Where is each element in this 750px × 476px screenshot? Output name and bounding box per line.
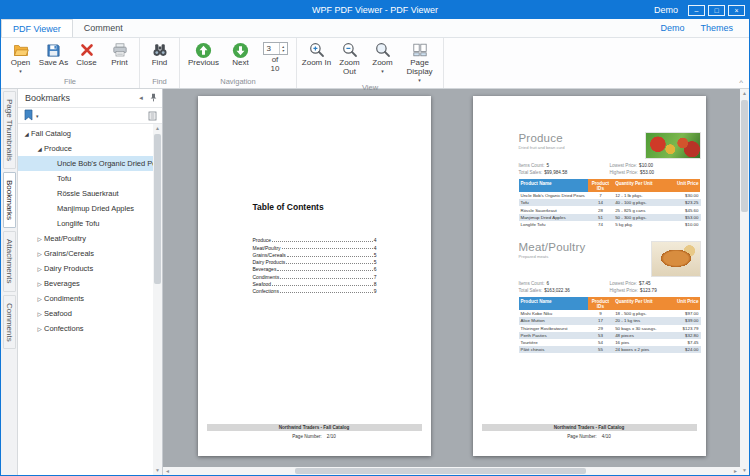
tree-expand-icon[interactable] — [35, 326, 44, 332]
bookmark-tree-item[interactable]: Tofu — [18, 171, 153, 186]
minimize-button[interactable]: – — [688, 5, 705, 16]
close-document-button[interactable]: Close — [70, 40, 103, 68]
scroll-left-icon[interactable]: ◄ — [163, 467, 172, 476]
bookmark-options-icon[interactable] — [148, 111, 157, 121]
save-icon — [46, 41, 61, 59]
page-display-button[interactable]: Page Display ▾ — [399, 40, 440, 83]
scroll-down-icon[interactable]: ▼ — [740, 466, 749, 475]
bookmark-tree-item[interactable]: Beverages — [18, 276, 153, 291]
produce-section: Produce Dried fruit and bean curd Items … — [519, 132, 701, 228]
toc-entry[interactable]: Grains/Cereals 5 — [253, 251, 377, 258]
maximize-button[interactable]: □ — [708, 5, 725, 16]
bookmark-tree-item[interactable]: Uncle Bob's Organic Dried Pears — [18, 156, 153, 171]
tree-expand-icon[interactable] — [35, 311, 44, 317]
collapse-ribbon-icon[interactable]: ^ — [739, 78, 743, 87]
produce-stats: Items Count:5 Lowest Price:$10.00 Total … — [519, 163, 701, 176]
tab-pdf-viewer[interactable]: PDF Viewer — [1, 19, 73, 37]
product-id-cell: 17 — [588, 317, 613, 324]
dropdown-caret-icon[interactable]: ▾ — [36, 114, 39, 119]
product-id-cell: 51 — [588, 214, 613, 221]
tree-expand-icon[interactable] — [35, 236, 44, 242]
main-vertical-scrollbar[interactable]: ▲ ▼ — [740, 89, 749, 475]
tree-expand-icon[interactable] — [35, 146, 44, 152]
themes-link[interactable]: Themes — [700, 23, 733, 33]
toc-entry[interactable]: Beverages 6 — [253, 265, 377, 272]
scroll-up-icon[interactable]: ▲ — [153, 124, 162, 133]
next-label: Next — [232, 59, 248, 68]
tree-expand-icon[interactable] — [35, 281, 44, 287]
product-id-cell: 54 — [588, 339, 613, 346]
page-number-spinner[interactable]: 3 ▴▾ — [263, 42, 288, 55]
open-button[interactable]: Open ▾ — [4, 40, 37, 74]
zoom-in-button[interactable]: Zoom In — [300, 40, 333, 68]
bookmark-tree-item[interactable]: Fall Catalog — [18, 126, 153, 141]
demo-link[interactable]: Demo — [660, 23, 684, 33]
page-display-icon — [412, 41, 428, 59]
bookmark-label: Rössle Sauerkraut — [57, 189, 119, 198]
toc-entry[interactable]: Condiments 7 — [253, 272, 377, 279]
collapse-panel-icon[interactable]: ◄ — [138, 95, 144, 101]
toc-entry[interactable]: Seafood 8 — [253, 280, 377, 287]
bookmark-tree-item[interactable]: Manjimup Dried Apples — [18, 201, 153, 216]
close-window-button[interactable]: × — [728, 5, 745, 16]
scroll-thumb[interactable] — [295, 468, 586, 474]
toc-entry-page: 4 — [374, 245, 377, 251]
side-tab[interactable]: Bookmarks — [3, 172, 16, 228]
panel-scrollbar[interactable]: ▲ ▼ — [153, 124, 162, 475]
pin-panel-icon[interactable] — [149, 93, 158, 103]
toc-entry[interactable]: Meat/Poultry 4 — [253, 243, 377, 250]
bookmark-tree-item[interactable]: Dairy Products — [18, 261, 153, 276]
save-as-button[interactable]: Save As — [37, 40, 70, 68]
bookmark-label: Fall Catalog — [31, 129, 71, 138]
toc-entry[interactable]: Produce 4 — [253, 236, 377, 243]
zoom-out-button[interactable]: Zoom Out — [333, 40, 366, 77]
zoom-in-label: Zoom In — [302, 59, 331, 68]
bookmark-tree-item[interactable]: Longlife Tofu — [18, 216, 153, 231]
close-label: Close — [76, 59, 96, 68]
bookmark-menu-icon[interactable] — [23, 107, 34, 125]
tree-expand-icon[interactable] — [35, 251, 44, 257]
ribbon-tab-row: PDF Viewer Comment Demo Themes — [1, 19, 749, 38]
pdf-page-2[interactable]: Table of Contents Produce 4 Meat/Poultry — [198, 96, 431, 456]
bookmark-tree-item[interactable]: Produce — [18, 141, 153, 156]
side-tab[interactable]: Comments — [3, 295, 16, 350]
side-tab[interactable]: Attachments — [3, 231, 16, 291]
toc-entry[interactable]: Confections 9 — [253, 287, 377, 294]
scroll-thumb[interactable] — [741, 100, 748, 212]
scroll-down-icon[interactable]: ▼ — [153, 466, 162, 475]
bookmark-tree-item[interactable]: Condiments — [18, 291, 153, 306]
next-page-button[interactable]: Next — [224, 40, 257, 68]
pdf-page-4[interactable]: Produce Dried fruit and bean curd Items … — [473, 96, 706, 456]
toc-entry[interactable]: Dairy Products 5 — [253, 258, 377, 265]
meat-photo — [651, 241, 701, 277]
page-number-label: Page Number: — [567, 434, 597, 439]
window-controls: Demo – □ × — [654, 5, 749, 16]
bookmark-tree-item[interactable]: Seafood — [18, 306, 153, 321]
bookmark-tree-item[interactable]: Grains/Cereals — [18, 246, 153, 261]
tab-comment[interactable]: Comment — [73, 19, 134, 37]
table-row: Longlife Tofu 74 5 kg pkg. $10.00 — [519, 221, 701, 228]
tree-expand-icon[interactable] — [35, 266, 44, 272]
side-tab[interactable]: Page Thumbnails — [3, 91, 16, 169]
scroll-right-icon[interactable]: ► — [731, 467, 740, 476]
bookmark-tree-item[interactable]: Confections — [18, 321, 153, 336]
find-button[interactable]: Find — [143, 40, 176, 68]
highest-price-value: $53.00 — [640, 170, 654, 175]
unit-price-cell: $32.80 — [670, 332, 701, 339]
previous-page-button[interactable]: Previous — [183, 40, 224, 68]
bookmark-tree-item[interactable]: Meat/Poultry — [18, 231, 153, 246]
bookmark-tree-item[interactable]: Rössle Sauerkraut — [18, 186, 153, 201]
scroll-up-icon[interactable]: ▲ — [740, 89, 749, 98]
spinner-arrows-icon[interactable]: ▴▾ — [279, 43, 287, 54]
page-number-value: 4/10 — [602, 434, 611, 439]
bookmark-label: Manjimup Dried Apples — [57, 204, 134, 213]
horizontal-scrollbar[interactable]: ◄ ► — [163, 467, 740, 475]
table-row: Pâté chinois 55 24 boxes x 2 pies $24.00 — [519, 346, 701, 353]
zoom-button[interactable]: Zoom ▾ — [366, 40, 399, 74]
print-button[interactable]: Print — [103, 40, 136, 68]
page-number-input[interactable]: 3 — [264, 43, 279, 54]
scroll-thumb[interactable] — [154, 134, 161, 284]
tree-expand-icon[interactable] — [35, 296, 44, 302]
tree-expand-icon[interactable] — [22, 131, 31, 137]
column-header: Product Name — [519, 179, 588, 192]
